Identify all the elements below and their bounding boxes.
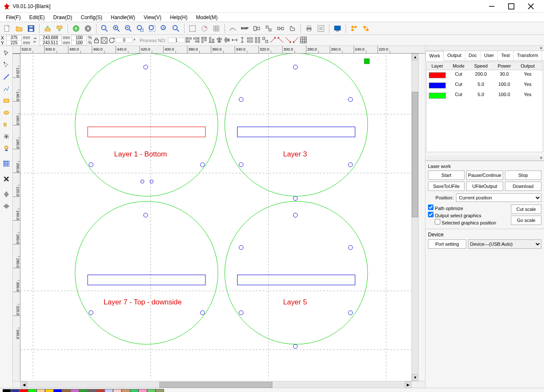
swap-xy-icon[interactable] [31,35,39,45]
origin-bl-button[interactable] [284,36,292,45]
scroll-down-button[interactable]: ▼ [412,374,419,381]
layer-1-group[interactable]: Layer 1 - Bottom [75,54,218,196]
zoom-fit-button[interactable] [99,23,110,34]
palette-color[interactable] [88,389,96,392]
ufile-output-button[interactable]: UFileOutput [466,182,503,191]
laser-panel-close-icon[interactable]: × [425,156,544,161]
palette-color[interactable] [62,389,71,392]
canvas[interactable]: Layer 1 - Bottom Layer 3 [20,54,411,381]
zoom-out-button[interactable] [123,23,134,34]
menu-view[interactable]: View(V) [139,14,166,21]
y-input[interactable] [6,40,22,45]
menu-handle[interactable]: Handle(W) [107,14,139,21]
palette-color[interactable] [71,389,79,392]
scale-y-input[interactable] [71,40,87,45]
minimize-button[interactable] [482,0,502,13]
palette-color[interactable] [20,389,28,392]
tab-output[interactable]: Output [444,51,465,60]
zoom-all-button[interactable] [147,23,158,34]
save-button[interactable] [26,23,37,34]
same-width-button[interactable] [246,36,254,45]
import-button[interactable] [42,23,53,34]
origin-tl-button[interactable] [269,36,277,45]
layer-5-group[interactable]: Layer 5 [225,201,368,348]
origin-br-button[interactable] [292,36,300,45]
config-1-button[interactable] [315,23,326,34]
same-height-button[interactable] [254,36,261,45]
scroll-right-button[interactable]: ▶ [405,381,411,388]
curve-button[interactable] [227,23,238,34]
mirror-v-tool[interactable] [1,201,12,212]
pause-button[interactable]: Pause/Continue [466,170,503,180]
monitor-button[interactable] [332,23,343,34]
align-center-h-button[interactable] [215,36,223,45]
rect-tool[interactable] [1,95,12,106]
redo-button[interactable] [82,23,94,34]
zoom-window-button[interactable] [135,23,146,34]
palette-color[interactable] [156,389,164,392]
zoom-in-button[interactable] [111,23,122,34]
align-left-button[interactable] [185,36,193,45]
scroll-up-button[interactable]: ▲ [412,54,419,60]
process-no-input[interactable] [168,37,185,43]
scrollbar-vertical[interactable]: ▲ ▼ [411,54,418,381]
download-button[interactable]: Download [505,182,541,191]
fill-button[interactable] [211,23,222,34]
menu-file[interactable]: File(F) [2,14,25,21]
dist-h-button[interactable] [231,36,238,45]
maximize-button[interactable] [502,0,521,13]
align-right-button[interactable] [193,36,200,45]
palette-color[interactable] [130,389,139,392]
palette-color[interactable] [79,389,88,392]
height-input[interactable] [40,40,62,45]
palette-color[interactable] [37,389,45,392]
cut-scale-button[interactable]: Cut scale [511,205,541,214]
palette-color[interactable] [105,389,113,392]
delete-tool[interactable] [1,173,12,185]
menu-edit[interactable]: Edit(E) [25,14,49,21]
path-optimize-check[interactable]: Path optimize [428,205,511,211]
align-center-v-button[interactable] [223,36,231,45]
hatch-button[interactable] [199,23,210,34]
simulate-1-button[interactable] [348,23,360,34]
menu-help[interactable]: Help(H) [166,14,192,21]
tab-doc[interactable]: Doc [465,51,481,60]
align-bottom-button[interactable] [208,36,215,45]
grid-pattern-tool[interactable] [1,158,12,169]
align-3-button[interactable] [275,23,286,34]
port-setting-button[interactable]: Port setting [428,239,466,249]
layer-row[interactable]: Cut5.0100.0Yes [427,91,543,101]
zoom-sel-button[interactable] [170,23,181,34]
anchor-icon[interactable] [100,35,108,45]
palette-color[interactable] [11,389,20,392]
line-tool[interactable] [1,71,12,82]
bmp-button[interactable]: BMP [239,23,250,34]
canvas-svg[interactable]: Layer 1 - Bottom Layer 3 [20,54,411,381]
text-tool[interactable]: fI [1,119,12,130]
align-top-button[interactable] [200,36,208,45]
ellipse-tool[interactable] [1,107,12,118]
align-1-button[interactable] [251,23,262,34]
selected-pos-check[interactable]: Selected graphics position [435,219,511,225]
menu-config[interactable]: Config(S) [76,14,107,21]
palette-color[interactable] [96,389,105,392]
same-size-button[interactable] [261,36,269,45]
palette-color[interactable] [28,389,37,392]
layer-row[interactable]: Cut5.0100.0Yes [427,80,543,91]
menu-draw[interactable]: Draw(D) [49,14,76,21]
grid-toggle-button[interactable] [300,36,307,45]
palette-color[interactable] [113,389,122,392]
polyline-tool[interactable] [1,83,12,94]
tab-transform[interactable]: Transform [513,51,542,60]
simulate-2-button[interactable] [360,23,371,34]
scroll-left-button[interactable]: ◀ [20,381,27,388]
position-select[interactable]: Current position [456,193,541,202]
lock-aspect-icon[interactable] [93,35,100,45]
start-button[interactable]: Start [428,170,465,180]
align-4-button[interactable] [287,23,298,34]
rotate-icon[interactable] [108,35,116,45]
export-button[interactable] [54,23,65,34]
capture-tool[interactable] [1,143,12,154]
stop-button[interactable]: Stop [505,170,541,180]
palette-color[interactable] [3,389,11,392]
